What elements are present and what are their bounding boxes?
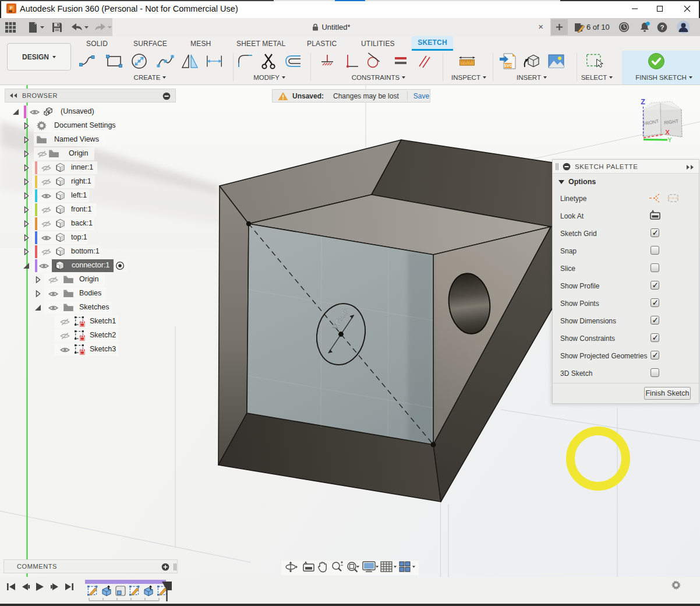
browser-item--unsaved-[interactable]: (Unsaved) <box>0 105 178 119</box>
tool-measure-icon[interactable] <box>458 52 476 71</box>
item-label[interactable]: Named Views <box>54 135 99 143</box>
visibility-on-icon[interactable] <box>48 290 58 298</box>
timeline-step-forward-button[interactable] <box>48 580 61 593</box>
visibility-on-icon[interactable] <box>41 192 51 200</box>
timeline-playhead[interactable] <box>161 582 174 603</box>
browser-minus-icon[interactable] <box>162 92 171 100</box>
timeline-feature-extrude-5[interactable] <box>143 585 154 597</box>
save-link[interactable]: Save <box>413 92 429 100</box>
minimize-button[interactable] <box>621 0 648 17</box>
tab-utilities[interactable]: UTILITIES <box>355 36 401 51</box>
browser-item-sketch2[interactable]: Sketch2 <box>0 329 178 343</box>
group-insert-label[interactable]: INSERT <box>508 74 555 81</box>
sketch-point-br[interactable] <box>430 442 436 447</box>
timeline-feature-sketch-4[interactable] <box>129 585 140 597</box>
item-label[interactable]: (Unsaved) <box>61 107 94 115</box>
viewport-3d[interactable]: ▽Ø3.20 FRONT RIGHT Z <box>0 85 700 577</box>
item-label[interactable]: inner:1 <box>71 163 93 171</box>
tool-line-icon[interactable] <box>78 52 97 71</box>
browser-item-origin[interactable]: Origin <box>0 273 178 287</box>
timeline-step-back-button[interactable] <box>19 580 32 593</box>
browser-item-sketches[interactable]: Sketches <box>0 301 178 315</box>
constraint-parallel-icon[interactable] <box>415 52 433 71</box>
expand-icon[interactable] <box>24 234 29 241</box>
visibility-off-icon[interactable] <box>41 220 51 228</box>
display-settings-tool[interactable] <box>362 561 379 576</box>
visibility-on-icon[interactable] <box>48 304 58 312</box>
visibility-off-icon[interactable] <box>48 276 58 284</box>
browser-item-bodies[interactable]: Bodies <box>0 287 178 301</box>
browser-item-back-1[interactable]: back:1 <box>0 217 178 231</box>
item-label[interactable]: bottom:1 <box>71 247 100 255</box>
palette-expand-icon[interactable] <box>686 164 695 170</box>
visibility-off-icon[interactable] <box>41 164 51 172</box>
browser-item-top-1[interactable]: top:1 <box>0 231 178 245</box>
workspace-selector[interactable]: DESIGN <box>7 43 71 71</box>
item-label[interactable]: top:1 <box>71 233 87 241</box>
group-modify-label[interactable]: MODIFY <box>242 74 297 81</box>
visibility-off-icon[interactable] <box>41 206 51 214</box>
timeline-feature-extrude-2[interactable] <box>101 585 112 597</box>
timeline-feature-base-3[interactable] <box>115 585 126 597</box>
visibility-on-icon[interactable] <box>60 346 70 354</box>
expand-icon[interactable] <box>24 164 29 171</box>
constraint-midpoint-icon[interactable] <box>318 52 337 71</box>
browser-item-front-1[interactable]: front:1 <box>0 203 178 217</box>
tab-mesh[interactable]: MESH <box>185 36 217 51</box>
browser-item-origin[interactable]: Origin <box>0 147 178 161</box>
3d-sketch-checkbox[interactable] <box>650 368 659 377</box>
save-button[interactable] <box>51 20 63 34</box>
timeline-group-bar[interactable] <box>85 580 166 584</box>
show-constraints-checkbox[interactable] <box>650 333 659 342</box>
slice-checkbox[interactable] <box>650 263 659 272</box>
item-label[interactable]: connector:1 <box>72 261 109 269</box>
item-label[interactable]: Sketch2 <box>90 331 116 339</box>
browser-header[interactable]: BROWSER <box>5 89 176 103</box>
timeline-play-button[interactable] <box>33 580 46 593</box>
tool-spline-icon[interactable] <box>156 52 175 71</box>
expand-icon[interactable] <box>24 178 29 185</box>
browser-item-bottom-1[interactable]: bottom:1 <box>0 245 178 259</box>
show-profile-checkbox[interactable] <box>650 281 659 290</box>
browser-item-document-settings[interactable]: Document Settings <box>0 119 178 133</box>
tool-fillet-icon[interactable] <box>236 52 255 71</box>
browser-item-right-1[interactable]: right:1 <box>0 175 178 189</box>
redo-button[interactable] <box>93 20 113 34</box>
tool-offset-icon[interactable] <box>284 52 303 71</box>
app-grid-icon[interactable] <box>5 20 16 34</box>
item-label[interactable]: left:1 <box>71 191 87 199</box>
new-tab-button[interactable] <box>551 19 568 35</box>
visibility-on-icon[interactable] <box>41 234 51 242</box>
palette-minus-icon[interactable] <box>563 163 571 171</box>
tool-insert-svg-icon[interactable]: SVG <box>499 52 517 71</box>
file-menu-button[interactable] <box>27 20 44 34</box>
collapse-icon[interactable] <box>23 262 30 269</box>
document-tab[interactable]: Untitled* × <box>112 18 550 36</box>
collapse-browser-icon[interactable] <box>9 93 17 98</box>
tab-plastic[interactable]: PLASTIC <box>301 36 342 51</box>
show-points-checkbox[interactable] <box>650 298 659 307</box>
browser-item-inner-1[interactable]: inner:1 <box>0 161 178 175</box>
expand-icon[interactable] <box>36 276 41 283</box>
item-label[interactable]: Origin <box>69 149 88 157</box>
tab-solid[interactable]: SOLID <box>80 36 114 51</box>
browser-item-sketch3[interactable]: Sketch3 <box>0 343 178 357</box>
timeline-feature-sketch-1[interactable] <box>87 585 98 597</box>
undo-button[interactable] <box>70 20 90 34</box>
orbit-tool[interactable] <box>285 561 300 576</box>
expand-icon[interactable] <box>24 248 29 255</box>
look-at-icon[interactable] <box>649 210 661 220</box>
item-label[interactable]: front:1 <box>71 205 91 213</box>
timeline-settings-gear-icon[interactable] <box>671 580 681 590</box>
timeline-go-end-button[interactable] <box>63 580 76 593</box>
maximize-button[interactable] <box>646 0 673 17</box>
tool-trim-icon[interactable] <box>260 52 278 71</box>
help-icon[interactable]: ? <box>657 20 667 34</box>
visibility-off-icon[interactable] <box>41 178 51 186</box>
collapse-icon[interactable] <box>34 304 41 311</box>
sketch-point-tl[interactable] <box>246 221 251 226</box>
visibility-off-icon[interactable] <box>41 248 51 256</box>
item-label[interactable]: Sketches <box>79 303 109 311</box>
tool-canvas-icon[interactable] <box>547 52 565 71</box>
user-avatar[interactable] <box>677 20 690 34</box>
